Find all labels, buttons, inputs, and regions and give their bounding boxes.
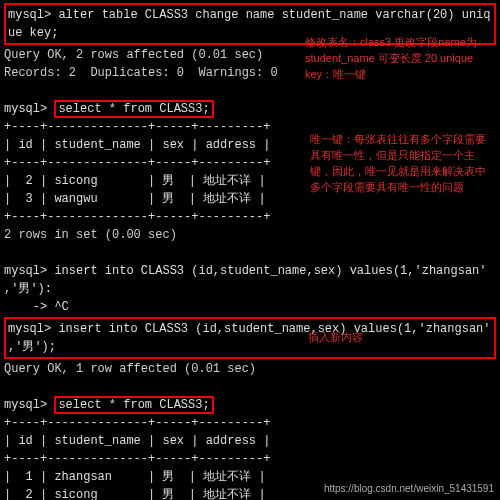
annotation-1: 修改表名：class3 更改字段name为 student_name 可变长度 …: [305, 35, 490, 83]
table-sep: +----+--------------+-----+---------+: [4, 414, 496, 432]
cmd-text: insert into CLASS3 (id,student_name,sex)…: [58, 322, 490, 336]
cmd-insert2-line1: mysql> insert into CLASS3 (id,student_na…: [8, 320, 492, 338]
cmd-insert1-line1: mysql> insert into CLASS3 (id,student_na…: [4, 262, 496, 280]
table-sep: +----+--------------+-----+---------+: [4, 208, 496, 226]
cmd-alter-line1: mysql> alter table CLASS3 change name st…: [8, 6, 492, 24]
cmd-insert2-block: mysql> insert into CLASS3 (id,student_na…: [4, 317, 496, 359]
cmd-insert2-line2: ,'男');: [8, 338, 492, 356]
cmd-select2: mysql> select * from CLASS3;: [4, 396, 496, 414]
mysql-prompt: mysql>: [4, 398, 54, 412]
watermark: https://blog.csdn.net/weixin_51431591: [324, 481, 494, 496]
cmd-insert1-cancel: -> ^C: [4, 298, 496, 316]
mysql-prompt: mysql>: [8, 322, 58, 336]
mysql-prompt: mysql>: [4, 102, 54, 116]
blank-line: [4, 378, 496, 396]
cmd-insert1-line2: ,'男'):: [4, 280, 496, 298]
annotation-3: 插入新内容: [308, 330, 408, 346]
mysql-prompt: mysql>: [4, 264, 54, 278]
cmd-text: ue key;: [8, 26, 58, 40]
blank-line: [4, 244, 496, 262]
cmd-text-boxed: select * from CLASS3;: [54, 396, 213, 414]
cmd-text-boxed: select * from CLASS3;: [54, 100, 213, 118]
annotation-2: 唯一键：每张表往往有多个字段需要具有唯一性，但是只能指定一个主键，因此，唯一见就…: [310, 132, 495, 196]
cmd-select1: mysql> select * from CLASS3;: [4, 100, 496, 118]
table-header: | id | student_name | sex | address |: [4, 432, 496, 450]
blank-line: [4, 82, 496, 100]
cmd-text: alter table CLASS3 change name student_n…: [58, 8, 490, 22]
result-line: 2 rows in set (0.00 sec): [4, 226, 496, 244]
cmd-text: insert into CLASS3 (id,student_name,sex)…: [54, 264, 486, 278]
result-line: Query OK, 1 row affected (0.01 sec): [4, 360, 496, 378]
mysql-prompt: mysql>: [8, 8, 58, 22]
table-sep: +----+--------------+-----+---------+: [4, 450, 496, 468]
